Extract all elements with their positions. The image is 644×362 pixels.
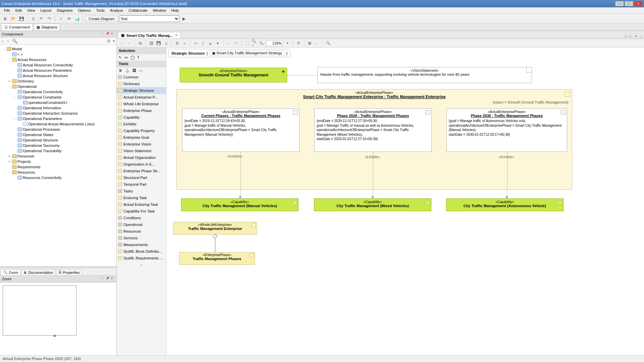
shape-enterprise-phase[interactable]: «EnterprisePhase» Traffic Management Pha… xyxy=(179,252,255,265)
tab-diagrams[interactable]: ▦Diagrams xyxy=(34,23,60,31)
expand-icon[interactable]: + xyxy=(7,155,11,158)
connector-vision-to-statement[interactable] xyxy=(287,75,317,75)
shape-phase-current[interactable]: «ActualEnterprisePhase» Current Phases :… xyxy=(182,108,300,152)
tree-node[interactable]: < > xyxy=(1,52,116,57)
tree-node[interactable]: Operational Structure xyxy=(1,137,116,143)
diagram-tab[interactable]: ▣ Smart City Traffic Manag... ✕ xyxy=(118,32,181,39)
palette-vision-statement[interactable]: Vision Statement xyxy=(117,147,166,154)
group-icon[interactable]: ▭ xyxy=(193,40,199,46)
palette-dictionary[interactable]: Dictionary xyxy=(117,80,166,87)
pointer-icon[interactable]: ↖ xyxy=(119,55,122,60)
menu-window[interactable]: Window xyxy=(150,7,168,14)
expand-icon[interactable]: + xyxy=(7,79,11,83)
tree-node[interactable]: -Operational Constraints xyxy=(1,95,116,100)
print-icon[interactable]: ⎙ xyxy=(30,15,37,22)
tree-node[interactable]: -Model xyxy=(1,46,116,52)
redo-icon[interactable]: ↷ xyxy=(46,15,53,22)
palette-sysml-block[interactable]: SysML Block Definitio... xyxy=(117,248,166,255)
containment-tree[interactable]: -Model< >-Actual ResourcesActual Resourc… xyxy=(0,45,116,266)
sync-icon[interactable]: ⟳ xyxy=(66,15,72,22)
tree-node[interactable]: +Dictionary xyxy=(1,78,116,84)
report-icon[interactable]: 📊 xyxy=(74,15,80,22)
ungroup-icon[interactable]: ▯ xyxy=(200,40,206,46)
tree-node[interactable]: -Resources xyxy=(1,170,116,175)
tree-node[interactable]: operationalConstraint1= xyxy=(1,100,116,105)
zoom-in-icon[interactable]: 🔍+ xyxy=(252,40,258,46)
palette-services[interactable]: Services xyxy=(117,235,166,241)
create-diagram-button[interactable]: Create Diagram xyxy=(86,16,118,22)
connector-enterprise-cap3-tail[interactable] xyxy=(507,190,507,196)
forward-icon[interactable]: → xyxy=(126,40,132,46)
gear-icon[interactable]: ⚙ xyxy=(107,39,111,44)
palette-measurements[interactable]: Measurements xyxy=(117,241,166,248)
zoom-value-input[interactable] xyxy=(266,40,283,46)
layout-icon[interactable]: ⊞ xyxy=(174,40,180,46)
palette-actual-enterprise-p[interactable]: Actual Enterprise P... xyxy=(117,94,166,101)
star-icon[interactable]: ☆ xyxy=(6,39,10,44)
tree-node[interactable]: Operational Taxonomy xyxy=(1,143,116,148)
zoom-handle[interactable] xyxy=(54,335,56,337)
palette-capability-for-task[interactable]: Capability For Task xyxy=(117,208,166,215)
text-icon[interactable]: T xyxy=(137,55,140,59)
connector-phase1-cap1[interactable] xyxy=(240,152,241,189)
shape-whole-life-enterprise[interactable]: «WholeLifeEnterprise» Traffic Management… xyxy=(173,222,257,235)
run-config-dropdown[interactable]: Test xyxy=(119,15,179,22)
expand-icon[interactable]: - xyxy=(13,96,17,99)
tree-node[interactable]: -Operational xyxy=(1,84,116,89)
prev-tab-icon[interactable]: ◁ xyxy=(623,34,628,39)
new-icon[interactable]: 🗎 xyxy=(2,15,9,22)
tree-node[interactable]: Requirements xyxy=(1,164,116,170)
shape-capability-manual[interactable]: C «Capability» City Traffic Management (… xyxy=(181,198,299,211)
palette-enterprise-vision[interactable]: Enterprise Vision xyxy=(117,141,166,147)
palette-actual-organization[interactable]: Actual Organization xyxy=(117,154,166,161)
menu-view[interactable]: View xyxy=(24,7,38,14)
tab-containment[interactable]: ☷Containment xyxy=(1,23,33,31)
pin-panel-icon[interactable]: 📌 xyxy=(105,32,110,37)
validate-icon[interactable]: ✓ xyxy=(58,15,64,22)
menu-collaborate[interactable]: Collaborate xyxy=(126,7,150,14)
zoom-fit-icon[interactable]: ⛶ xyxy=(244,40,250,46)
palette-expand-icon[interactable]: ⌄ xyxy=(117,261,166,267)
open-icon[interactable]: 📂 xyxy=(10,15,17,22)
shape-phase-2020[interactable]: «ActualEnterprisePhase» Phase 2020 : Tra… xyxy=(314,108,432,152)
filter-icon[interactable]: ▾ xyxy=(113,39,115,44)
tree-node[interactable]: Operational Information xyxy=(1,105,116,111)
breadcrumb-diagram[interactable]: ▣ Smart City Traffic Management Strategy xyxy=(210,50,284,56)
palette-operational[interactable]: Operational xyxy=(117,221,166,228)
back-layer-icon[interactable]: ▼ xyxy=(215,40,221,46)
shape-phase-2030[interactable]: «ActualEnterprisePhase» Phase 2030 : Tra… xyxy=(446,108,567,152)
maximize-button[interactable]: □ xyxy=(625,1,633,6)
tree-node[interactable]: Actual Resources Connectivity xyxy=(1,62,116,68)
note-icon[interactable]: 🗎 xyxy=(119,68,122,72)
shape-enterprise[interactable]: «ActualEnterprisePhase» Smart City Traff… xyxy=(176,89,572,190)
zoom-out-icon[interactable]: 🔍- xyxy=(259,40,265,46)
separator-icon[interactable]: — xyxy=(139,68,143,72)
palette-tasks[interactable]: Tasks xyxy=(117,188,166,194)
connector-enterprise-cap1-tail[interactable] xyxy=(240,190,240,196)
palette-organization-in-e[interactable]: Organization in E... xyxy=(117,161,166,168)
back-icon[interactable]: ← xyxy=(119,40,125,46)
menu-analyze[interactable]: Analyze xyxy=(107,7,126,14)
undo-icon[interactable]: ↶ xyxy=(38,15,45,22)
expand-icon[interactable]: - xyxy=(7,171,11,174)
palette-resources[interactable]: Resources xyxy=(117,228,166,235)
front-icon[interactable]: ▲ xyxy=(207,40,213,46)
palette-actual-enduring-task[interactable]: Actual Enduring Task xyxy=(117,201,166,208)
tree-node[interactable]: -Operational Parameters xyxy=(1,116,116,121)
save-diagram-icon[interactable]: 💾 xyxy=(156,40,162,46)
expand-icon[interactable]: + xyxy=(7,160,11,164)
close-tab-icon[interactable]: ✕ xyxy=(175,33,178,38)
palette-conditions[interactable]: Conditions xyxy=(117,215,166,221)
run-icon[interactable]: ▶ xyxy=(181,15,187,22)
zoom-dropdown-icon[interactable]: ▾ xyxy=(284,40,290,46)
shape-enterprise-vision[interactable]: «EnterpriseVision» Smooth Ground Traffic… xyxy=(180,68,287,82)
minimize-panel-icon[interactable]: ▫ xyxy=(100,32,105,37)
snap-icon[interactable]: ▫ xyxy=(314,40,320,46)
menu-layout[interactable]: Layout xyxy=(38,7,54,14)
expand-icon[interactable]: - xyxy=(7,58,11,62)
export-icon[interactable]: 🖼 xyxy=(148,40,154,46)
tree-node[interactable]: Actual Resources Parameters xyxy=(1,68,116,73)
palette-enduring-task[interactable]: Enduring Task xyxy=(117,194,166,201)
tab-properties[interactable]: ☰Properties xyxy=(56,269,82,275)
resize-icon[interactable]: ⤢ xyxy=(233,40,239,46)
